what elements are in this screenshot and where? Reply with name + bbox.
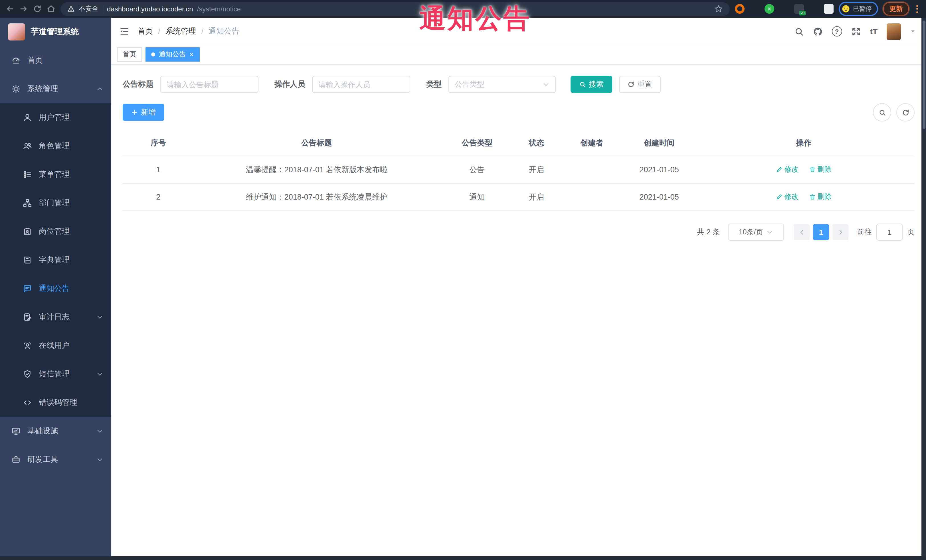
sidebar-item-online-users[interactable]: 在线用户	[0, 331, 111, 360]
goto-page-input[interactable]	[876, 223, 903, 241]
breadcrumb-separator: /	[158, 27, 160, 36]
extension-dark-icon[interactable]: on	[794, 4, 804, 14]
tab-home[interactable]: 首页	[117, 47, 142, 62]
extension-orange-icon[interactable]	[735, 4, 744, 14]
extension-diamond-icon[interactable]	[779, 4, 789, 14]
extensions-puzzle-icon[interactable]	[824, 4, 834, 14]
extension-drop-icon[interactable]	[750, 4, 760, 14]
operator-input[interactable]	[312, 76, 410, 93]
cell-actions: 修改 删除	[693, 183, 915, 211]
edit-link[interactable]: 修改	[776, 192, 799, 202]
breadcrumb-system[interactable]: 系统管理	[165, 26, 196, 36]
sidebar-item-dictionary[interactable]: 字典管理	[0, 246, 111, 274]
next-page-button[interactable]	[832, 224, 849, 240]
table-toolbar: 新增	[123, 103, 915, 121]
menu-list-icon	[23, 170, 32, 179]
badge-icon	[23, 227, 32, 236]
page-content: 公告标题 操作人员 类型 公告类型 搜索	[111, 65, 926, 560]
active-tab-dot	[151, 53, 155, 56]
browser-menu-icon[interactable]	[914, 4, 920, 14]
add-button[interactable]: 新增	[123, 104, 164, 121]
sidebar-item-system[interactable]: 系统管理	[0, 75, 111, 103]
prev-page-button[interactable]	[794, 224, 809, 240]
forward-icon[interactable]	[20, 5, 28, 13]
breadcrumb-current: 通知公告	[209, 26, 239, 36]
fullscreen-icon[interactable]	[851, 27, 861, 36]
sidebar-item-departments[interactable]: 部门管理	[0, 189, 111, 217]
page-number-current[interactable]: 1	[813, 224, 829, 240]
sidebar-collapse-icon[interactable]	[119, 26, 130, 36]
font-size-icon[interactable]: tT	[870, 27, 878, 36]
sidebar-item-posts[interactable]: 岗位管理	[0, 217, 111, 246]
profile-paused-badge[interactable]: 已暂停	[839, 2, 878, 16]
pagination-total: 共 2 条	[697, 227, 720, 237]
extension-green-icon[interactable]: ✕	[764, 4, 774, 14]
sidebar-item-roles[interactable]: 角色管理	[0, 132, 111, 160]
sidebar-item-home[interactable]: 首页	[0, 46, 111, 75]
extension-leaf-icon[interactable]	[809, 4, 819, 14]
url-bar[interactable]: 不安全 dashboard.yudao.iocoder.cn /system/n…	[61, 2, 730, 16]
sidebar-item-error-codes[interactable]: 错误码管理	[0, 388, 111, 417]
sidebar-item-menus[interactable]: 菜单管理	[0, 160, 111, 189]
breadcrumb-home[interactable]: 首页	[138, 26, 153, 36]
bookmark-star-icon[interactable]	[714, 5, 723, 13]
search-icon	[878, 109, 886, 116]
sidebar-item-label: 错误码管理	[39, 397, 77, 408]
notice-type-select[interactable]: 公告类型	[448, 76, 556, 93]
app-logo[interactable]: 芋道管理系统	[0, 18, 111, 46]
trash-icon	[809, 166, 816, 173]
reload-icon[interactable]	[33, 5, 42, 13]
sidebar-item-audit-log[interactable]: 审计日志	[0, 303, 111, 331]
col-header-type: 公告类型	[439, 131, 514, 156]
delete-link[interactable]: 删除	[809, 165, 832, 175]
refresh-table-button[interactable]	[896, 103, 915, 121]
avatar-caret-icon[interactable]	[910, 29, 916, 34]
col-header-created: 创建时间	[626, 131, 693, 156]
toggle-search-button[interactable]	[873, 103, 891, 121]
monitor-icon	[11, 427, 21, 436]
edit-link[interactable]: 修改	[776, 165, 799, 175]
scrollbar-thumb[interactable]	[922, 21, 925, 129]
paused-label: 已暂停	[853, 5, 872, 13]
github-icon[interactable]	[813, 27, 823, 36]
sidebar-item-users[interactable]: 用户管理	[0, 103, 111, 132]
sidebar-item-notice[interactable]: 通知公告	[0, 274, 111, 303]
delete-link[interactable]: 删除	[809, 192, 832, 202]
back-icon[interactable]	[6, 5, 14, 13]
goto-label: 前往	[857, 227, 872, 237]
user-avatar[interactable]	[887, 23, 901, 40]
notice-table: 序号 公告标题 公告类型 状态 创建者 创建时间 操作 1 温馨提醒：2018-	[123, 131, 915, 211]
insecure-label: 不安全	[79, 5, 98, 13]
header-search-icon[interactable]	[794, 27, 804, 36]
search-button[interactable]: 搜索	[570, 76, 612, 93]
plus-icon	[131, 109, 138, 116]
select-placeholder: 公告类型	[455, 79, 484, 89]
sidebar-item-sms[interactable]: 短信管理	[0, 360, 111, 388]
sidebar-item-dev-tools[interactable]: 研发工具	[0, 445, 111, 474]
browser-update-button[interactable]: 更新	[883, 2, 909, 15]
home-icon	[11, 56, 21, 65]
url-divider	[103, 5, 103, 12]
sidebar-item-label: 系统管理	[27, 84, 58, 94]
reset-button[interactable]: 重置	[619, 76, 661, 93]
tab-notice[interactable]: 通知公告 ×	[145, 47, 200, 62]
table-right-tools	[873, 103, 915, 121]
col-header-actions: 操作	[693, 131, 915, 156]
tab-close-icon[interactable]: ×	[189, 51, 194, 58]
refresh-icon	[902, 109, 909, 116]
filter-form: 公告标题 操作人员 类型 公告类型 搜索	[123, 76, 915, 93]
logo-image	[8, 23, 25, 41]
horizontal-scrollbar[interactable]	[0, 556, 926, 560]
shield-icon	[23, 370, 32, 379]
audit-log-icon	[23, 312, 32, 322]
home-button-icon[interactable]	[47, 5, 55, 13]
help-icon[interactable]: ?	[832, 26, 842, 36]
sidebar-item-label: 字典管理	[39, 255, 70, 265]
cell-actions: 修改 删除	[693, 156, 915, 183]
insecure-warning-icon	[67, 5, 75, 12]
notice-title-input[interactable]	[160, 76, 259, 93]
page-size-select[interactable]: 10条/页	[728, 223, 784, 241]
app-title: 芋道管理系统	[31, 27, 79, 37]
vertical-scrollbar[interactable]	[921, 18, 926, 560]
sidebar-item-infrastructure[interactable]: 基础设施	[0, 417, 111, 445]
